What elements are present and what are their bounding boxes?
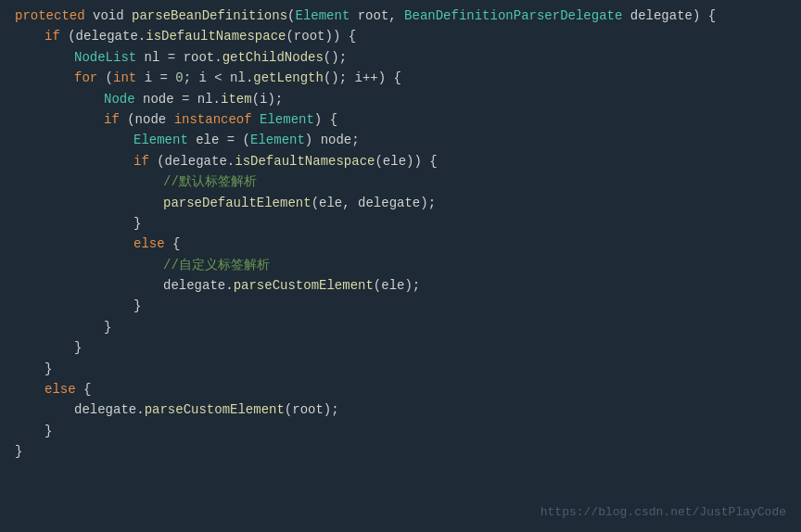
code-token: Element (295, 6, 350, 26)
code-token: Element (250, 130, 305, 150)
code-token: i = (136, 68, 175, 88)
code-token: ; i < nl. (184, 68, 254, 88)
code-line: NodeList nl = root.getChildNodes(); (0, 47, 801, 68)
code-token: else (134, 234, 165, 254)
code-token: else (44, 379, 76, 399)
code-token: ( (97, 68, 113, 88)
code-line: else { (0, 234, 801, 254)
code-line: else { (0, 379, 801, 399)
code-token: { (76, 379, 92, 399)
code-token: if (134, 151, 149, 171)
code-token: nl = root. (136, 47, 222, 68)
code-token: protected (15, 6, 85, 26)
code-token: if (44, 26, 60, 46)
code-token: delegate. (163, 275, 234, 296)
code-token: NodeList (74, 47, 136, 68)
code-token: //默认标签解析 (163, 171, 257, 192)
code-line: parseDefaultElement(ele, delegate); (0, 193, 801, 213)
code-line: Node node = nl.item(i); (0, 89, 801, 109)
code-line: } (0, 441, 801, 462)
code-token: delegate) { (622, 6, 716, 26)
code-line: delegate.parseCustomElement(root); (0, 399, 801, 420)
code-token: (node (120, 109, 174, 130)
code-token: (); (324, 47, 347, 68)
code-token: (root)) { (286, 26, 356, 46)
code-token: for (74, 68, 97, 88)
code-token: (delegate. (60, 26, 146, 46)
code-token: Node (104, 89, 135, 109)
code-token: ( (287, 6, 295, 26)
code-line: } (0, 337, 801, 358)
code-token: } (104, 317, 111, 337)
code-token: delegate. (74, 399, 145, 420)
code-token: 0 (175, 68, 183, 88)
code-token: parseCustomElement (145, 399, 285, 420)
code-token: } (74, 337, 82, 358)
code-line: } (0, 213, 801, 234)
code-line: if (delegate.isDefaultNamespace(ele)) { (0, 151, 801, 171)
code-line: if (node instanceof Element) { (0, 109, 801, 130)
code-token: (delegate. (149, 151, 235, 171)
code-line: } (0, 296, 801, 316)
code-editor: protected void parseBeanDefinitions(Elem… (0, 0, 801, 532)
code-token: root, (350, 6, 404, 26)
code-token: } (134, 296, 141, 316)
code-token: BeanDefinitionParserDelegate (404, 6, 622, 26)
code-token: } (134, 213, 141, 234)
code-token: { (165, 234, 181, 254)
code-line: } (0, 421, 801, 441)
code-line: } (0, 317, 801, 337)
code-token: getChildNodes (222, 47, 324, 68)
code-token (252, 109, 260, 130)
code-token: ) node; (305, 130, 360, 150)
code-token: parseBeanDefinitions (132, 6, 287, 26)
code-token: (root); (285, 399, 339, 420)
code-token: //自定义标签解析 (163, 255, 270, 275)
code-token: (i); (252, 89, 284, 109)
code-line: } (0, 359, 801, 379)
code-line: if (delegate.isDefaultNamespace(root)) { (0, 26, 801, 46)
code-line: protected void parseBeanDefinitions(Elem… (0, 6, 801, 26)
code-token: isDefaultNamespace (146, 26, 286, 46)
code-token: isDefaultNamespace (235, 151, 375, 171)
code-line: Element ele = (Element) node; (0, 130, 801, 150)
code-line: delegate.parseCustomElement(ele); (0, 275, 801, 296)
code-token: (ele)) { (375, 151, 437, 171)
code-token: Element (134, 130, 188, 150)
code-token: } (44, 359, 52, 379)
code-token: if (104, 109, 120, 130)
code-token: parseCustomElement (234, 275, 374, 296)
watermark: https://blog.csdn.net/JustPlayCode (540, 503, 786, 523)
code-token: Element (260, 109, 314, 130)
code-token: parseDefaultElement (163, 193, 312, 213)
code-token: ) { (314, 109, 337, 130)
code-token: node = nl. (135, 89, 221, 109)
code-line: //自定义标签解析 (0, 255, 801, 275)
code-line: for (int i = 0; i < nl.getLength(); i++)… (0, 68, 801, 88)
code-token: int (113, 68, 136, 88)
code-line: //默认标签解析 (0, 171, 801, 192)
code-token: (ele, delegate); (312, 193, 436, 213)
code-token: ele = ( (188, 130, 250, 150)
code-token: instanceof (174, 109, 252, 130)
code-token: } (15, 441, 22, 462)
code-token: } (44, 421, 52, 441)
code-token: getLength (253, 68, 324, 88)
code-token: void (85, 6, 132, 26)
code-token: item (221, 89, 252, 109)
code-token: (); i++) { (324, 68, 401, 88)
code-token: (ele); (374, 275, 420, 296)
